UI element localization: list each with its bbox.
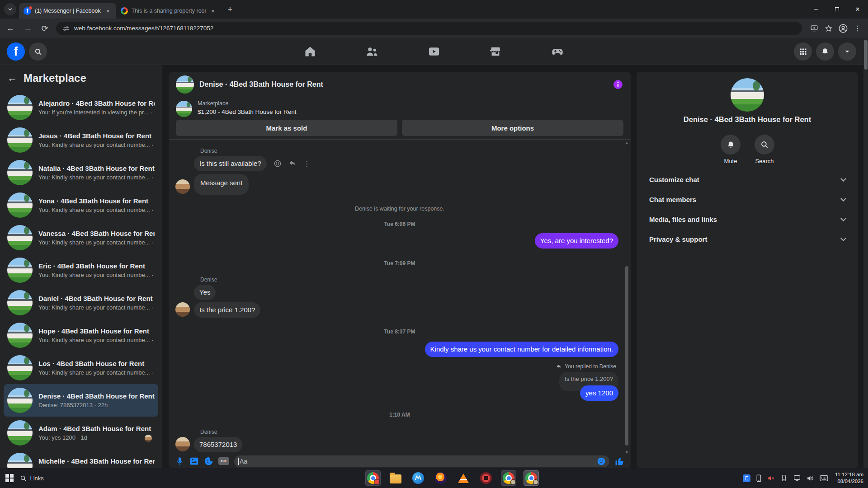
- conversation-denise-selected[interactable]: Denise · 4Bed 3Bath House for RentDenise…: [4, 384, 158, 417]
- profile-badge: [510, 479, 516, 485]
- conversation-alejandro[interactable]: Alejandro · 4Bed 3Bath House for RentYou…: [4, 91, 158, 124]
- taskbar-app-target[interactable]: [478, 470, 494, 486]
- marketplace-icon[interactable]: [489, 45, 502, 58]
- facebook-logo[interactable]: f: [7, 42, 25, 61]
- tab-close-icon[interactable]: ×: [104, 7, 112, 14]
- back-arrow-icon[interactable]: ←: [7, 72, 24, 84]
- conversation-vanessa[interactable]: Vanessa · 4Bed 3Bath House for RentYou: …: [4, 221, 158, 254]
- chat-scrollbar[interactable]: ▲ ▼: [624, 142, 630, 452]
- browser-menu-icon[interactable]: ⋮: [851, 22, 864, 35]
- listing-avatar: [7, 258, 33, 283]
- search-action[interactable]: Search: [749, 135, 780, 164]
- sender-avatar[interactable]: [175, 179, 190, 194]
- forward-button[interactable]: →: [21, 22, 34, 35]
- thumbs-up-icon[interactable]: [614, 456, 624, 466]
- taskbar-chrome-active[interactable]: [365, 470, 381, 486]
- conversation-natalia[interactable]: Natalia · 4Bed 3Bath House for RentYou: …: [4, 156, 158, 189]
- network-icon[interactable]: [793, 474, 801, 482]
- conversation-eric[interactable]: Eric · 4Bed 3Bath House for RentYou: Kin…: [4, 254, 158, 286]
- back-button[interactable]: ←: [4, 22, 17, 35]
- section-media-files-links[interactable]: Media, files and links: [637, 209, 858, 229]
- conversation-adam[interactable]: Adam · 4Bed 3Bath House for RentYou: yes…: [4, 417, 158, 449]
- close-button[interactable]: ✕: [847, 0, 868, 19]
- tab-property-rooms[interactable]: This is a sharing property rooms ×: [116, 3, 221, 19]
- taskbar-clock[interactable]: 11:12:18 am 08/04/2026: [835, 468, 863, 488]
- url-bar[interactable]: web.facebook.com/messages/t/126716811822…: [56, 22, 802, 35]
- conversation-michelle[interactable]: Michelle · 4Bed 3Bath House for RentYou:…: [4, 449, 158, 468]
- apps-menu-button[interactable]: [794, 42, 812, 61]
- taskbar-search[interactable]: Links: [20, 475, 44, 482]
- tab-messenger[interactable]: f (1) Messenger | Facebook ×: [19, 3, 116, 19]
- voice-clip-icon[interactable]: [175, 456, 184, 466]
- taskbar-firefox[interactable]: [433, 470, 448, 486]
- touch-keyboard-icon[interactable]: [820, 475, 828, 482]
- reload-button[interactable]: ⟳: [38, 22, 52, 35]
- conversation-yona[interactable]: Yona · 4Bed 3Bath House for RentYou: Kin…: [4, 189, 158, 221]
- tab-close-icon[interactable]: ×: [209, 7, 217, 14]
- taskbar-chrome-window-2[interactable]: [501, 470, 516, 486]
- minimize-button[interactable]: [806, 0, 826, 19]
- section-chat-members[interactable]: Chat members: [637, 189, 858, 209]
- emoji-icon[interactable]: [597, 457, 606, 466]
- conversation-los[interactable]: Los · 4Bed 3Bath House for RentYou: Kind…: [4, 352, 158, 384]
- gif-icon[interactable]: GIF: [218, 457, 229, 465]
- scroll-up-icon[interactable]: ▲: [625, 141, 629, 145]
- scrollbar-thumb[interactable]: [625, 266, 628, 446]
- taskbar-chrome-window-3[interactable]: [524, 470, 539, 486]
- taskbar-vlc[interactable]: [456, 470, 471, 486]
- account-menu-button[interactable]: [838, 42, 856, 61]
- tab-search-button[interactable]: [4, 3, 16, 15]
- more-dots-icon[interactable]: ⋮: [303, 160, 311, 168]
- volume-icon[interactable]: [807, 474, 814, 482]
- chat-avatar[interactable]: [176, 75, 194, 94]
- home-icon[interactable]: [304, 45, 316, 58]
- sender-avatar[interactable]: [175, 437, 190, 451]
- reply-icon[interactable]: [288, 160, 297, 168]
- message-input-wrapper[interactable]: [234, 455, 609, 467]
- message-input[interactable]: [239, 457, 594, 465]
- sender-avatar[interactable]: [175, 302, 190, 317]
- image-icon[interactable]: [189, 456, 199, 466]
- incoming-message: Is this still available?: [194, 156, 267, 171]
- mute-action[interactable]: Mute: [715, 135, 746, 164]
- mark-as-sold-button[interactable]: Mark as sold: [176, 120, 397, 136]
- notifications-button[interactable]: [816, 42, 834, 61]
- conversation-jesus[interactable]: Jesus · 4Bed 3Bath House for RentYou: Ki…: [4, 124, 158, 156]
- sticker-icon[interactable]: [204, 456, 213, 466]
- facebook-header: f: [0, 38, 868, 65]
- muted-speaker-icon[interactable]: [767, 474, 775, 482]
- friends-icon[interactable]: [365, 45, 379, 58]
- search-button[interactable]: [29, 42, 47, 61]
- tab-title: This is a sharing property rooms: [132, 8, 206, 14]
- more-options-button[interactable]: More options: [402, 120, 623, 136]
- gaming-icon[interactable]: [551, 45, 564, 58]
- conversation-preview: You: Kindly share us your contact numbe.…: [38, 272, 155, 278]
- section-privacy-support[interactable]: Privacy & support: [637, 229, 858, 249]
- listing-avatar: [7, 192, 33, 218]
- taskbar-app-m[interactable]: [410, 470, 426, 486]
- search-label: Search: [749, 158, 780, 164]
- conversation-avatar[interactable]: [731, 78, 764, 112]
- new-tab-button[interactable]: +: [224, 3, 236, 16]
- start-button[interactable]: [5, 474, 14, 482]
- bookmark-star-icon[interactable]: [822, 22, 835, 35]
- conversation-info-icon[interactable]: [613, 79, 623, 90]
- page-scrollbar[interactable]: [863, 38, 868, 468]
- sender-label: Denise: [200, 148, 631, 154]
- phone-link-icon[interactable]: [780, 474, 788, 482]
- scrollbar-thumb[interactable]: [864, 40, 868, 70]
- profile-avatar-icon[interactable]: [836, 22, 850, 35]
- phone-icon[interactable]: [756, 474, 762, 482]
- watch-icon[interactable]: [428, 45, 440, 58]
- maximize-button[interactable]: [826, 0, 847, 19]
- section-customize-chat[interactable]: Customize chat: [637, 169, 858, 189]
- desktop-screen: f (1) Messenger | Facebook × This is a s…: [0, 0, 868, 488]
- conversation-hope[interactable]: Hope · 4Bed 3Bath House for RentYou: Kin…: [4, 319, 158, 352]
- conversation-daniel[interactable]: Daniel · 4Bed 3Bath House for RentYou: K…: [4, 286, 158, 319]
- react-smiley-icon[interactable]: [274, 160, 282, 168]
- install-app-icon[interactable]: [807, 22, 821, 35]
- taskbar-file-explorer[interactable]: [388, 470, 403, 486]
- tray-app-icon[interactable]: [743, 474, 750, 482]
- chevron-down-icon: [840, 176, 846, 182]
- listing-thumbnail[interactable]: [176, 101, 192, 117]
